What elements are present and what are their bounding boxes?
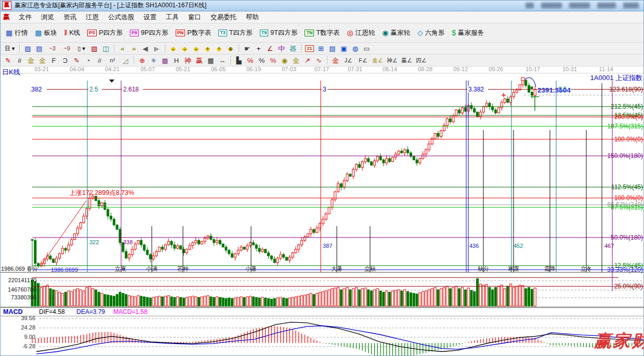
zoom-left-diamond-button[interactable]: ◆← <box>168 44 179 54</box>
candle-body <box>531 92 533 95</box>
brush-tool-button[interactable]: ✎ <box>71 56 82 65</box>
star-grid-button[interactable]: ✳ <box>148 56 159 65</box>
sectors-button[interactable]: ▩板块 <box>32 27 60 39</box>
count-grid-button[interactable]: ▦ <box>205 56 216 65</box>
print-button[interactable]: ▭ <box>361 44 372 54</box>
volume-bar <box>277 298 279 306</box>
menu-item-1[interactable]: 文件 <box>14 12 36 23</box>
wave-channel-button[interactable]: ∿ <box>313 56 324 65</box>
j-angle-button[interactable]: J∠ <box>341 56 356 65</box>
next-button[interactable]: ▶ <box>151 44 162 54</box>
gold-ruler2-button[interactable]: 金 <box>37 56 48 65</box>
notes-button[interactable]: ▤ <box>327 44 338 54</box>
solar-term-label: 立冬 <box>581 266 592 272</box>
volume-profile-icon[interactable]: ◫ <box>100 44 111 54</box>
crosshair-button[interactable]: + <box>253 44 264 54</box>
menu-item-9[interactable]: 交易委托 <box>206 12 241 23</box>
gold-ruler1-button[interactable]: 金 <box>25 56 36 65</box>
zoom-right-diamond-button[interactable]: ◆→ <box>179 44 190 54</box>
gann-wheel-button[interactable]: ◎江恩轮 <box>344 27 378 39</box>
save-button[interactable]: ▣ <box>338 44 349 54</box>
hexagon-button[interactable]: ◇六角形 <box>414 27 448 39</box>
calendar-button[interactable]: 21 <box>304 44 315 54</box>
web-grid-button[interactable]: ▩ <box>160 56 170 65</box>
percent-panel-button[interactable]: ▙ <box>233 56 244 65</box>
percent-button[interactable]: % <box>256 56 267 65</box>
full-view-diamond-button[interactable]: ◆* <box>214 44 225 54</box>
titlebar-blurred-button-5[interactable] <box>623 3 639 8</box>
menu-item-6[interactable]: 设置 <box>139 12 161 23</box>
span-arrow-button[interactable]: ↔ <box>217 56 228 65</box>
calculator-button[interactable]: ⊞ <box>316 44 326 54</box>
kline-button[interactable]: ‖K线 <box>61 27 83 39</box>
restore-view-diamond-button[interactable]: ◆⊕ <box>225 44 236 54</box>
t-square-button[interactable]: T3T四方形 <box>215 27 256 39</box>
menu-item-7[interactable]: 工具 <box>161 12 183 23</box>
menu-bar: 赢 文件浏览资讯江恩公式选股设置工具窗口交易委托帮助 <box>0 11 644 23</box>
9p-square-button[interactable]: P99P四方形 <box>127 27 172 39</box>
titlebar-blurred-button-2[interactable] <box>541 3 562 8</box>
main-chart-canvas[interactable]: 123.618(90)212.5%(45)12.5%(45)200.0%(0)1… <box>0 67 644 356</box>
clock-cycle-button[interactable]: ◔ <box>83 56 94 65</box>
gann-shape-button[interactable]: 中 <box>276 44 287 54</box>
menu-item-3[interactable]: 资讯 <box>59 12 81 23</box>
hand-tool-button[interactable]: ☛ <box>242 44 253 54</box>
t-table-button[interactable]: TNT数字表 <box>301 27 343 39</box>
f-angle-button[interactable]: F∠ <box>356 56 370 65</box>
winner-service-button[interactable]: $赢家服务 <box>449 27 487 39</box>
gann-scale-button[interactable]: # <box>14 56 25 65</box>
wave9-icon[interactable]: ~9 <box>60 44 74 54</box>
period-selector[interactable]: 日 ▾ <box>3 44 17 54</box>
menu-item-2[interactable]: 浏览 <box>36 12 59 23</box>
quotes-button[interactable]: ▦行情 <box>3 27 31 39</box>
p-square-button[interactable]: PSP四方形 <box>84 27 126 39</box>
titlebar-blurred-button-1[interactable] <box>525 3 534 8</box>
p-table-button[interactable]: PNP数字表 <box>173 27 214 39</box>
wave3-icon[interactable]: ~3 <box>45 44 59 54</box>
9t-square-button[interactable]: T99T四方形 <box>257 27 301 39</box>
chip-distribution-icon[interactable]: ▨ <box>89 44 100 54</box>
shen-grid-button[interactable]: 神 <box>182 56 193 65</box>
titlebar-blurred-button-3[interactable] <box>569 3 590 8</box>
candle-style-selector[interactable]: ▯ ▾ <box>74 44 88 54</box>
arc-ruler-button[interactable]: Ɔ <box>60 56 71 65</box>
angle-fan-button[interactable]: ◿ <box>120 56 131 65</box>
gold-angle0-button[interactable]: 金 <box>330 56 341 65</box>
report-icon[interactable]: ▤ <box>34 44 45 54</box>
menu-item-8[interactable]: 窗口 <box>183 12 206 23</box>
compress-diamond-button[interactable]: ◆+ <box>202 44 213 54</box>
pattern-button[interactable]: 器 <box>287 44 298 54</box>
ying-angle-button[interactable]: 赢∠ <box>400 56 414 65</box>
swing-button[interactable]: Н <box>171 56 182 65</box>
candle-body <box>322 219 324 224</box>
candle-body <box>307 234 309 237</box>
chart-grid-icon[interactable]: ▨ <box>22 44 33 54</box>
last-page-button[interactable]: » <box>128 44 139 54</box>
menu-item-4[interactable]: 江恩 <box>81 12 103 23</box>
titlebar-blurred-button-4[interactable] <box>597 3 616 8</box>
web-button[interactable]: ◍ <box>350 44 361 54</box>
menu-item-5[interactable]: 公式选股 <box>103 12 139 23</box>
angle-tool-button[interactable]: ∠ <box>265 44 275 54</box>
gold-angle-button[interactable]: 金∠ <box>371 56 385 65</box>
first-page-button[interactable]: « <box>117 44 128 54</box>
ruler-button[interactable]: # <box>94 56 105 65</box>
bar-count-label: 387 <box>323 243 332 249</box>
n-square-button[interactable]: n² <box>106 56 120 65</box>
prev-button[interactable]: ◀ <box>140 44 151 54</box>
pen-tool-button[interactable]: ✎ <box>3 56 14 65</box>
golden-circle-button[interactable]: ◉ <box>279 56 290 65</box>
circle-cross-button[interactable]: ⊕ <box>137 56 148 65</box>
percent-level-button[interactable]: % <box>268 56 279 65</box>
expand-diamond-button[interactable]: ◆↔ <box>191 44 202 54</box>
arrow-mark-button[interactable]: ↗ <box>302 56 313 65</box>
shen-angle-button[interactable]: 神∠ <box>385 56 399 65</box>
fibonacci-ruler-button[interactable]: F <box>48 56 59 65</box>
si-angle-button[interactable]: 四∠ <box>414 56 428 65</box>
ying-grid-button[interactable]: 赢 <box>194 56 205 65</box>
percent-line-button[interactable]: ℅ <box>245 56 256 65</box>
volume-bar <box>213 297 215 306</box>
menu-item-10[interactable]: 帮助 <box>241 12 264 23</box>
winner-wheel-button[interactable]: ◉赢家轮 <box>379 27 413 39</box>
golden-line-button[interactable]: 金 <box>291 56 301 65</box>
